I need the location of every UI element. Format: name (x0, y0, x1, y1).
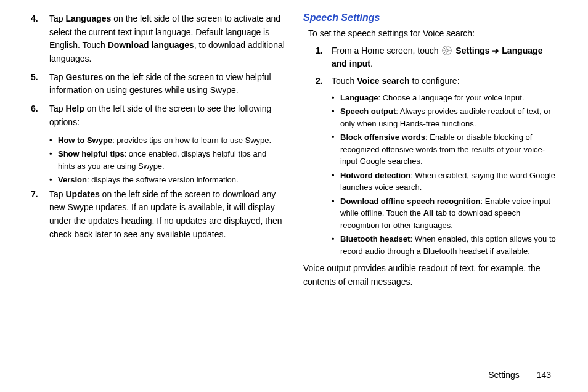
step-text: From a Home screen, touch Settings ➔ Lan… (332, 44, 557, 71)
step-2-right: 2. Touch Voice search to configure: (316, 75, 557, 88)
bullet-text: Language: Choose a language for your voi… (340, 92, 557, 104)
text: Tap (49, 72, 65, 82)
step-number: 6. (31, 102, 49, 129)
bullet-text: Speech output: Always provides audible r… (340, 105, 557, 129)
bullet-hotword: • Hotword detection: When enabled, sayin… (332, 169, 557, 194)
step-1-right: 1. From a Home screen, touch Settings ➔ … (316, 44, 557, 71)
bold-text: Bluetooth headset (340, 234, 410, 243)
two-column-layout: 4. Tap Languages on the left side of the… (31, 12, 557, 289)
section-title: Speech Settings (303, 12, 557, 23)
bullet-how-to-swype: • How to Swype: provides tips on how to … (49, 134, 285, 147)
bullet-dot: • (332, 131, 340, 168)
bullet-dot: • (332, 92, 340, 104)
text: Tap (49, 14, 65, 23)
bullet-language: • Language: Choose a language for your v… (332, 92, 557, 104)
step-4: 4. Tap Languages on the left side of the… (31, 12, 285, 66)
right-column: Speech Settings To set the speech settin… (303, 12, 557, 289)
bold-text: Version (58, 175, 87, 184)
text: Tap (49, 104, 65, 113)
text: : displays the software version informat… (87, 175, 239, 184)
bullet-text: Hotword detection: When enabled, saying … (340, 169, 557, 194)
bullet-text: Bluetooth headset: When enabled, this op… (340, 233, 557, 257)
bold-text: All (423, 208, 434, 218)
intro-text: To set the speech settings for Voice sea… (308, 27, 557, 41)
step-7: 7. Tap Updates on the left side of the s… (31, 188, 285, 242)
arrow-icon: ➔ (492, 46, 499, 55)
bold-text: Block offensive words (340, 133, 425, 142)
svg-point-1 (446, 49, 449, 52)
text: Touch (332, 76, 357, 86)
step-text: Tap Help on the left side of the screen … (49, 102, 285, 129)
bullet-dot: • (49, 148, 58, 172)
svg-line-9 (444, 52, 446, 53)
text: Tap (49, 189, 65, 199)
bullet-text: Show helpful tips: once enabled, display… (58, 148, 285, 172)
bold-text: Download languages (108, 40, 194, 50)
bullet-speech-output: • Speech output: Always provides audible… (332, 105, 557, 129)
page-footer: Settings 143 (488, 370, 551, 380)
svg-line-8 (449, 47, 450, 49)
bullet-text: How to Swype: provides tips on how to le… (58, 134, 285, 147)
settings-gear-icon (442, 46, 452, 55)
svg-line-6 (444, 47, 446, 49)
step-number: 1. (316, 44, 332, 71)
step-number: 2. (316, 75, 332, 88)
step-text: Tap Gestures on the left side of the scr… (49, 71, 285, 97)
bold-text: How to Swype (58, 136, 112, 145)
bullet-dot: • (332, 233, 340, 257)
step-number: 4. (31, 12, 49, 66)
step-6: 6. Tap Help on the left side of the scre… (31, 102, 285, 129)
footer-section: Settings (488, 370, 520, 380)
closing-text: Voice output provides audible readout of… (303, 262, 557, 288)
bullet-dot: • (332, 169, 340, 194)
bullet-dot: • (332, 195, 340, 232)
bullet-version: • Version: displays the software version… (49, 174, 285, 186)
step-number: 7. (31, 188, 49, 242)
bold-text: Speech output (340, 107, 396, 116)
bullet-text: Download offline speech recognition: Ena… (340, 195, 557, 232)
bold-text: Voice search (357, 76, 409, 86)
bullet-text: Version: displays the software version i… (58, 174, 285, 186)
bullet-block-offensive: • Block offensive words: Enable or disab… (332, 131, 557, 168)
text: : provides tips on how to learn to use S… (112, 136, 271, 145)
bold-text: Help (65, 104, 84, 113)
text: From a Home screen, touch (332, 46, 441, 55)
step-text: Touch Voice search to configure: (332, 75, 557, 88)
bullet-dot: • (332, 105, 340, 129)
step-text: Tap Updates on the left side of the scre… (49, 188, 285, 242)
bold-text: Hotword detection (340, 171, 410, 180)
text: : Choose a language for your voice input… (378, 93, 524, 102)
bullet-bluetooth: • Bluetooth headset: When enabled, this … (332, 233, 557, 257)
footer-page-number: 143 (537, 370, 551, 380)
step-number: 5. (31, 71, 49, 97)
bold-text: Download offline speech recognition (340, 197, 481, 206)
bold-text: Updates (65, 189, 99, 199)
bullet-text: Block offensive words: Enable or disable… (340, 131, 557, 168)
svg-line-7 (449, 52, 450, 53)
bold-text: Language (340, 93, 378, 102)
step-5: 5. Tap Gestures on the left side of the … (31, 71, 285, 97)
text: to configure: (410, 76, 460, 86)
bullet-dot: • (49, 134, 58, 147)
left-column: 4. Tap Languages on the left side of the… (31, 12, 285, 289)
bold-text: Languages (65, 14, 111, 23)
text: . (370, 59, 373, 68)
bullet-dot: • (49, 174, 58, 186)
bullet-show-helpful-tips: • Show helpful tips: once enabled, displ… (49, 148, 285, 172)
bold-text: Gestures (65, 72, 103, 82)
bullet-download-offline: • Download offline speech recognition: E… (332, 195, 557, 232)
step-text: Tap Languages on the left side of the sc… (49, 12, 285, 66)
bold-text: Settings (453, 46, 492, 55)
bold-text: Show helpful tips (58, 149, 125, 158)
